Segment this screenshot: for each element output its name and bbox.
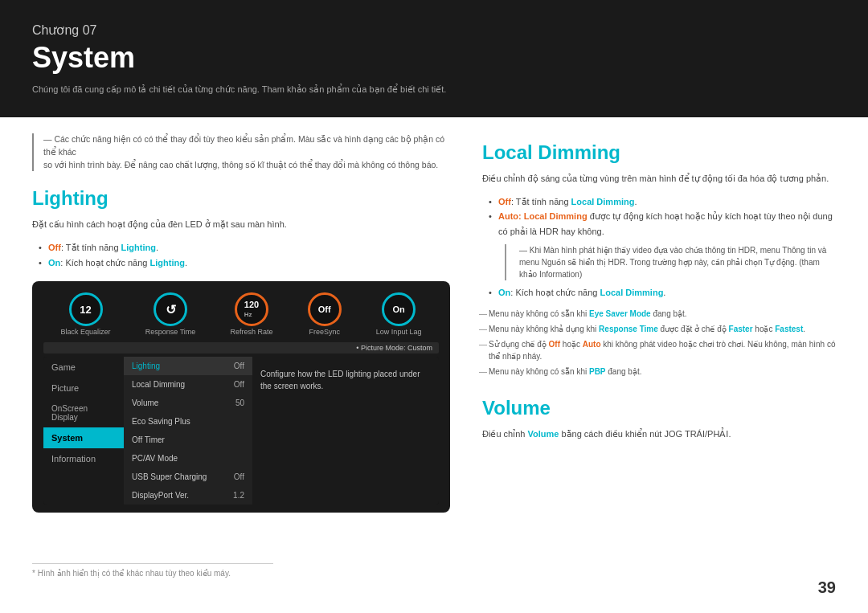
sub-menu-eco-saving-label: Eco Saving Plus — [132, 417, 190, 426]
ld-note-2: Menu này không khả dụng khi Response Tim… — [482, 323, 836, 335]
gauge-val-4: Off — [318, 304, 331, 314]
sub-menu-off-timer-label: Off Timer — [132, 435, 165, 444]
picture-mode-bar: • Picture Mode: Custom — [43, 342, 439, 353]
menu-center: Lighting Off Local Dimming Off Volume 50 — [124, 357, 252, 505]
sub-menu-usb-label: USB Super Charging — [132, 472, 207, 481]
gauge-response-time: ↺ Response Time — [145, 292, 196, 336]
note-line2: so với hình trình bày. Để nâng cao chất … — [43, 160, 438, 170]
sub-menu-local-dimming-label: Local Dimming — [132, 380, 185, 389]
sub-menu-volume-val: 50 — [235, 398, 244, 407]
left-column: — Các chức năng hiện có có thể thay đổi … — [32, 133, 450, 606]
sub-menu-pcav-label: PC/AV Mode — [132, 454, 178, 463]
page-header: Chương 07 System Chúng tôi đã cung cấp m… — [0, 0, 868, 117]
gauge-label-3: Refresh Rate — [230, 328, 272, 336]
ld-note-4: Menu này không có sẵn khi PBP đang bật. — [482, 366, 836, 378]
sub-menu-local-dimming-val: Off — [234, 380, 244, 389]
note-box: — Các chức năng hiện có có thể thay đổi … — [32, 133, 450, 171]
gauge-circle-1: 12 — [69, 292, 103, 326]
sub-menu-off-timer[interactable]: Off Timer — [124, 431, 252, 449]
sub-menu-lighting[interactable]: Lighting Off — [124, 357, 252, 375]
ld-bullet3-link: Local Dimming — [600, 288, 664, 297]
local-dimming-title: Local Dimming — [482, 141, 836, 164]
main-content: — Các chức năng hiện có có thể thay đổi … — [0, 117, 868, 613]
lighting-title: Lighting — [32, 187, 450, 210]
ld-bullet1-link: Local Dimming — [571, 197, 635, 206]
lighting-off-label: Off — [48, 243, 61, 252]
volume-desc-rest: bằng cách điều khiển nút JOG TRÁI/PHẢI. — [559, 429, 731, 439]
gauge-label-2: Response Time — [145, 328, 196, 336]
lighting-bullet-2: On: Kích hoạt chức năng Lighting. — [39, 255, 450, 271]
note-line1: — Các chức năng hiện có có thể thay đổi … — [43, 134, 444, 157]
local-dimming-section: Local Dimming Điều chỉnh độ sáng của từn… — [482, 141, 836, 378]
lighting-on-label: On — [48, 258, 60, 268]
right-column: Local Dimming Điều chỉnh độ sáng của từn… — [482, 133, 836, 606]
ld-on-label: On — [498, 288, 510, 297]
ld-bullet1-text: : Tắt tính năng — [511, 197, 571, 206]
ld-auto-label: Auto: Local Dimming — [498, 211, 588, 221]
gauges-row: 12 Black Equalizer ↺ Response Time — [43, 292, 439, 336]
local-dimming-desc: Điều chỉnh độ sáng của từng vùng trên mà… — [482, 172, 836, 186]
ld-note-3: Sử dụng chế độ Off hoặc Auto khi không p… — [482, 338, 836, 362]
menu-item-onscreen[interactable]: OnScreen Display — [43, 398, 124, 427]
ld-note-indent: — Khi Màn hình phát hiện thấy video đựa … — [505, 244, 836, 280]
ld-bullet3-text: : Kích hoạt chức năng — [510, 288, 600, 297]
lighting-bullet2-link: Lighting — [150, 258, 185, 268]
volume-title: Volume — [482, 397, 836, 419]
monitor-menu: Game Picture OnScreen Display System Inf… — [43, 357, 439, 505]
sub-menu-local-dimming[interactable]: Local Dimming Off — [124, 375, 252, 394]
sub-menu-eco-saving[interactable]: Eco Saving Plus — [124, 412, 252, 431]
menu-right: Configure how the LED lighting placed un… — [252, 357, 439, 505]
chapter-label: Chương 07 — [32, 22, 836, 38]
local-dimming-bullets: Off: Tắt tính năng Local Dimming. Auto: … — [482, 194, 836, 300]
gauge-val-3: 120Hz — [244, 300, 259, 318]
lighting-bullet-1: Off: Tắt tính năng Lighting. — [39, 240, 450, 255]
lighting-bullets: Off: Tắt tính năng Lighting. On: Kích ho… — [32, 240, 450, 270]
sub-menu-usb-val: Off — [234, 472, 244, 481]
menu-desc-text: Configure how the LED lighting placed un… — [260, 368, 431, 392]
gauge-label-4: FreeSync — [309, 328, 340, 336]
volume-desc-link: Volume — [527, 429, 559, 439]
sub-menu-displayport[interactable]: DisplayPort Ver. 1.2 — [124, 486, 252, 505]
footer-note: * Hình ảnh hiển thị có thể khác nhau tùy… — [32, 563, 273, 578]
volume-desc: Điều chỉnh Volume bằng cách điều khiển n… — [482, 427, 836, 442]
gauge-val-5: On — [392, 304, 404, 314]
header-subtitle: Chúng tôi đã cung cấp mô tả chi tiết của… — [32, 84, 836, 95]
ld-bullet-3: On: Kích hoạt chức năng Local Dimming. — [489, 285, 836, 300]
sub-menu-volume-label: Volume — [132, 398, 158, 407]
menu-item-picture[interactable]: Picture — [43, 378, 124, 398]
monitor-mockup: 12 Black Equalizer ↺ Response Time — [32, 281, 450, 513]
gauge-val-2: ↺ — [166, 302, 176, 317]
gauge-circle-2: ↺ — [154, 292, 187, 326]
ld-bullet-1: Off: Tắt tính năng Local Dimming. — [489, 194, 836, 210]
sub-menu-pcav-mode[interactable]: PC/AV Mode — [124, 449, 252, 468]
lighting-bullet2-text: : Kích hoạt chức năng — [60, 258, 149, 268]
gauge-low-input-lag: On Low Input Lag — [376, 292, 422, 336]
lighting-bullet1-text: : Tắt tính năng — [61, 243, 121, 252]
menu-left: Game Picture OnScreen Display System Inf… — [43, 357, 124, 505]
sub-menu-usb-charging[interactable]: USB Super Charging Off — [124, 468, 252, 486]
gauge-label-1: Black Equalizer — [61, 328, 111, 336]
sub-menu-lighting-label: Lighting — [132, 362, 160, 370]
sub-menu-volume[interactable]: Volume 50 — [124, 394, 252, 412]
volume-desc-text: Điều chỉnh — [482, 429, 527, 439]
sub-menu-lighting-val: Off — [234, 362, 244, 370]
volume-section: Volume Điều chỉnh Volume bằng cách điều … — [482, 397, 836, 442]
menu-item-information[interactable]: Information — [43, 448, 124, 469]
gauge-val-1: 12 — [80, 304, 91, 316]
ld-bullet-2: Auto: Local Dimming được tự động kích ho… — [489, 209, 836, 280]
menu-item-system[interactable]: System — [43, 427, 124, 448]
ld-off-label: Off — [498, 197, 511, 206]
gauge-circle-3: 120Hz — [235, 292, 268, 326]
sub-menu-displayport-label: DisplayPort Ver. — [132, 491, 189, 500]
page-number: 39 — [818, 578, 836, 597]
menu-item-game[interactable]: Game — [43, 357, 124, 378]
lighting-desc: Đặt cấu hình cách hoạt động của đèn LED … — [32, 218, 450, 232]
gauge-refresh-rate: 120Hz Refresh Rate — [230, 292, 272, 336]
lighting-bullet1-link: Lighting — [121, 243, 156, 252]
page-title: System — [32, 41, 836, 75]
sub-menu-displayport-val: 1.2 — [233, 491, 244, 500]
lighting-section: Lighting Đặt cấu hình cách hoạt động của… — [32, 187, 450, 513]
gauge-black-equalizer: 12 Black Equalizer — [61, 292, 111, 336]
gauge-label-5: Low Input Lag — [376, 328, 422, 336]
ld-note-1: Menu này không có sẵn khi Eye Saver Mode… — [482, 308, 836, 320]
